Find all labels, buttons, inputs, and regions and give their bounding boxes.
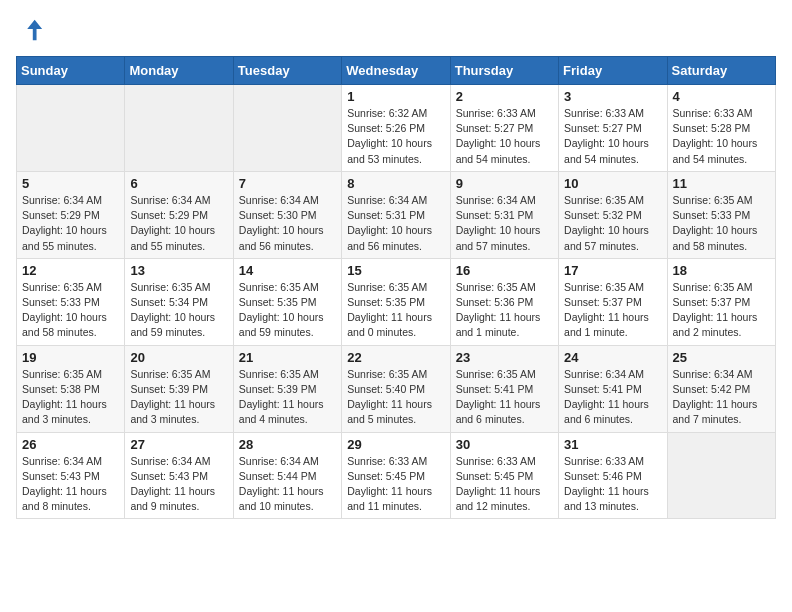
cell-content: Sunrise: 6:35 AM Sunset: 5:40 PM Dayligh…	[347, 367, 444, 428]
calendar-cell: 15Sunrise: 6:35 AM Sunset: 5:35 PM Dayli…	[342, 258, 450, 345]
day-number: 4	[673, 89, 770, 104]
cell-content: Sunrise: 6:35 AM Sunset: 5:37 PM Dayligh…	[673, 280, 770, 341]
day-number: 11	[673, 176, 770, 191]
calendar-week-2: 5Sunrise: 6:34 AM Sunset: 5:29 PM Daylig…	[17, 171, 776, 258]
calendar-cell: 29Sunrise: 6:33 AM Sunset: 5:45 PM Dayli…	[342, 432, 450, 519]
day-number: 9	[456, 176, 553, 191]
day-number: 6	[130, 176, 227, 191]
day-number: 8	[347, 176, 444, 191]
day-number: 10	[564, 176, 661, 191]
day-number: 22	[347, 350, 444, 365]
cell-content: Sunrise: 6:34 AM Sunset: 5:42 PM Dayligh…	[673, 367, 770, 428]
cell-content: Sunrise: 6:35 AM Sunset: 5:39 PM Dayligh…	[239, 367, 336, 428]
calendar-cell: 28Sunrise: 6:34 AM Sunset: 5:44 PM Dayli…	[233, 432, 341, 519]
day-header-saturday: Saturday	[667, 57, 775, 85]
day-number: 25	[673, 350, 770, 365]
calendar-cell: 10Sunrise: 6:35 AM Sunset: 5:32 PM Dayli…	[559, 171, 667, 258]
calendar-week-4: 19Sunrise: 6:35 AM Sunset: 5:38 PM Dayli…	[17, 345, 776, 432]
calendar-week-1: 1Sunrise: 6:32 AM Sunset: 5:26 PM Daylig…	[17, 85, 776, 172]
cell-content: Sunrise: 6:34 AM Sunset: 5:41 PM Dayligh…	[564, 367, 661, 428]
day-header-wednesday: Wednesday	[342, 57, 450, 85]
day-number: 21	[239, 350, 336, 365]
calendar-cell: 22Sunrise: 6:35 AM Sunset: 5:40 PM Dayli…	[342, 345, 450, 432]
calendar-cell: 31Sunrise: 6:33 AM Sunset: 5:46 PM Dayli…	[559, 432, 667, 519]
calendar-cell: 8Sunrise: 6:34 AM Sunset: 5:31 PM Daylig…	[342, 171, 450, 258]
cell-content: Sunrise: 6:35 AM Sunset: 5:36 PM Dayligh…	[456, 280, 553, 341]
calendar-cell: 12Sunrise: 6:35 AM Sunset: 5:33 PM Dayli…	[17, 258, 125, 345]
day-number: 7	[239, 176, 336, 191]
cell-content: Sunrise: 6:33 AM Sunset: 5:27 PM Dayligh…	[564, 106, 661, 167]
cell-content: Sunrise: 6:33 AM Sunset: 5:28 PM Dayligh…	[673, 106, 770, 167]
calendar-cell: 14Sunrise: 6:35 AM Sunset: 5:35 PM Dayli…	[233, 258, 341, 345]
cell-content: Sunrise: 6:35 AM Sunset: 5:34 PM Dayligh…	[130, 280, 227, 341]
cell-content: Sunrise: 6:32 AM Sunset: 5:26 PM Dayligh…	[347, 106, 444, 167]
calendar-cell: 20Sunrise: 6:35 AM Sunset: 5:39 PM Dayli…	[125, 345, 233, 432]
page-header	[16, 16, 776, 44]
calendar-table: SundayMondayTuesdayWednesdayThursdayFrid…	[16, 56, 776, 519]
logo	[16, 16, 48, 44]
calendar-cell: 2Sunrise: 6:33 AM Sunset: 5:27 PM Daylig…	[450, 85, 558, 172]
day-header-sunday: Sunday	[17, 57, 125, 85]
day-number: 14	[239, 263, 336, 278]
calendar-cell: 9Sunrise: 6:34 AM Sunset: 5:31 PM Daylig…	[450, 171, 558, 258]
cell-content: Sunrise: 6:34 AM Sunset: 5:31 PM Dayligh…	[347, 193, 444, 254]
calendar-cell	[233, 85, 341, 172]
cell-content: Sunrise: 6:35 AM Sunset: 5:35 PM Dayligh…	[239, 280, 336, 341]
day-number: 3	[564, 89, 661, 104]
cell-content: Sunrise: 6:34 AM Sunset: 5:29 PM Dayligh…	[130, 193, 227, 254]
calendar-cell: 4Sunrise: 6:33 AM Sunset: 5:28 PM Daylig…	[667, 85, 775, 172]
day-number: 20	[130, 350, 227, 365]
calendar-cell: 19Sunrise: 6:35 AM Sunset: 5:38 PM Dayli…	[17, 345, 125, 432]
calendar-cell: 27Sunrise: 6:34 AM Sunset: 5:43 PM Dayli…	[125, 432, 233, 519]
calendar-cell: 3Sunrise: 6:33 AM Sunset: 5:27 PM Daylig…	[559, 85, 667, 172]
svg-marker-0	[27, 20, 42, 41]
cell-content: Sunrise: 6:35 AM Sunset: 5:35 PM Dayligh…	[347, 280, 444, 341]
calendar-cell: 23Sunrise: 6:35 AM Sunset: 5:41 PM Dayli…	[450, 345, 558, 432]
calendar-cell: 21Sunrise: 6:35 AM Sunset: 5:39 PM Dayli…	[233, 345, 341, 432]
cell-content: Sunrise: 6:34 AM Sunset: 5:29 PM Dayligh…	[22, 193, 119, 254]
calendar-cell: 24Sunrise: 6:34 AM Sunset: 5:41 PM Dayli…	[559, 345, 667, 432]
calendar-week-5: 26Sunrise: 6:34 AM Sunset: 5:43 PM Dayli…	[17, 432, 776, 519]
cell-content: Sunrise: 6:35 AM Sunset: 5:33 PM Dayligh…	[673, 193, 770, 254]
day-number: 13	[130, 263, 227, 278]
day-header-thursday: Thursday	[450, 57, 558, 85]
cell-content: Sunrise: 6:34 AM Sunset: 5:43 PM Dayligh…	[22, 454, 119, 515]
calendar-cell: 1Sunrise: 6:32 AM Sunset: 5:26 PM Daylig…	[342, 85, 450, 172]
calendar-cell: 30Sunrise: 6:33 AM Sunset: 5:45 PM Dayli…	[450, 432, 558, 519]
cell-content: Sunrise: 6:35 AM Sunset: 5:32 PM Dayligh…	[564, 193, 661, 254]
calendar-cell	[125, 85, 233, 172]
cell-content: Sunrise: 6:35 AM Sunset: 5:38 PM Dayligh…	[22, 367, 119, 428]
day-header-friday: Friday	[559, 57, 667, 85]
day-number: 15	[347, 263, 444, 278]
calendar-cell: 26Sunrise: 6:34 AM Sunset: 5:43 PM Dayli…	[17, 432, 125, 519]
calendar-cell: 5Sunrise: 6:34 AM Sunset: 5:29 PM Daylig…	[17, 171, 125, 258]
calendar-cell: 25Sunrise: 6:34 AM Sunset: 5:42 PM Dayli…	[667, 345, 775, 432]
day-number: 12	[22, 263, 119, 278]
cell-content: Sunrise: 6:34 AM Sunset: 5:30 PM Dayligh…	[239, 193, 336, 254]
cell-content: Sunrise: 6:35 AM Sunset: 5:33 PM Dayligh…	[22, 280, 119, 341]
day-number: 26	[22, 437, 119, 452]
cell-content: Sunrise: 6:35 AM Sunset: 5:41 PM Dayligh…	[456, 367, 553, 428]
day-number: 2	[456, 89, 553, 104]
day-number: 5	[22, 176, 119, 191]
day-number: 17	[564, 263, 661, 278]
cell-content: Sunrise: 6:35 AM Sunset: 5:39 PM Dayligh…	[130, 367, 227, 428]
day-number: 30	[456, 437, 553, 452]
calendar-header-row: SundayMondayTuesdayWednesdayThursdayFrid…	[17, 57, 776, 85]
cell-content: Sunrise: 6:34 AM Sunset: 5:31 PM Dayligh…	[456, 193, 553, 254]
logo-icon	[16, 16, 44, 44]
calendar-cell: 17Sunrise: 6:35 AM Sunset: 5:37 PM Dayli…	[559, 258, 667, 345]
cell-content: Sunrise: 6:33 AM Sunset: 5:46 PM Dayligh…	[564, 454, 661, 515]
calendar-cell: 7Sunrise: 6:34 AM Sunset: 5:30 PM Daylig…	[233, 171, 341, 258]
calendar-cell: 6Sunrise: 6:34 AM Sunset: 5:29 PM Daylig…	[125, 171, 233, 258]
calendar-cell: 16Sunrise: 6:35 AM Sunset: 5:36 PM Dayli…	[450, 258, 558, 345]
calendar-cell: 11Sunrise: 6:35 AM Sunset: 5:33 PM Dayli…	[667, 171, 775, 258]
cell-content: Sunrise: 6:33 AM Sunset: 5:27 PM Dayligh…	[456, 106, 553, 167]
day-header-tuesday: Tuesday	[233, 57, 341, 85]
day-number: 29	[347, 437, 444, 452]
day-number: 23	[456, 350, 553, 365]
day-number: 19	[22, 350, 119, 365]
day-number: 16	[456, 263, 553, 278]
cell-content: Sunrise: 6:35 AM Sunset: 5:37 PM Dayligh…	[564, 280, 661, 341]
day-number: 31	[564, 437, 661, 452]
